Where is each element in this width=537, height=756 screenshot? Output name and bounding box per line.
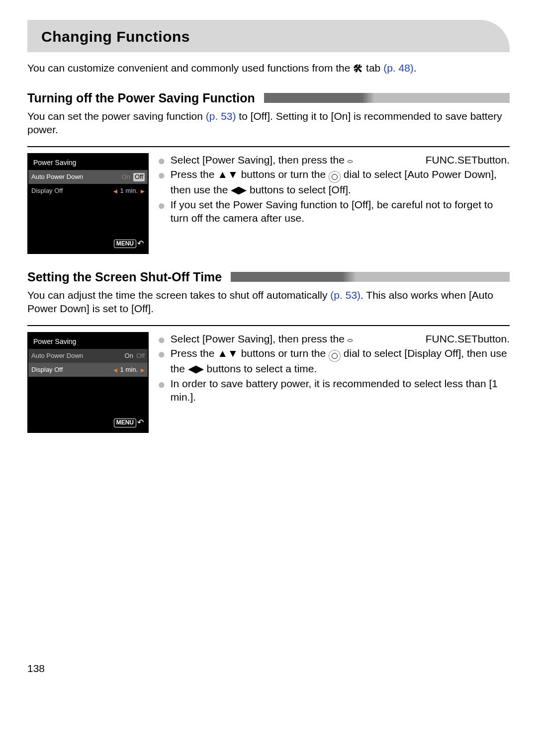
up-down-icon: ▲▼ bbox=[217, 347, 238, 359]
section2-title: Setting the Screen Shut-Off Time bbox=[27, 269, 222, 285]
section-rule-icon bbox=[264, 93, 510, 103]
s2b2-d: buttons to select a time. bbox=[204, 363, 317, 374]
s2-para-a: You can adjust the time the screen takes… bbox=[27, 289, 330, 301]
intro-text-b: tab bbox=[363, 62, 383, 74]
s2-bullet-3: ● In order to save battery power, it is … bbox=[158, 377, 510, 405]
section1-bullets: ● Select [Power Saving], then press the … bbox=[158, 153, 510, 226]
s1b2-b: buttons or turn the bbox=[238, 168, 329, 180]
back-icon: ↶ bbox=[137, 239, 144, 248]
section-heading-power-saving: Turning off the Power Saving Function bbox=[27, 90, 510, 106]
lcd1-on: On bbox=[122, 173, 130, 181]
left-arrow-icon: ◀ bbox=[113, 188, 117, 194]
right-arrow-icon: ▶ bbox=[141, 188, 145, 194]
section-rule-icon bbox=[231, 272, 510, 282]
bullet-icon: ● bbox=[158, 378, 166, 391]
page-ref-53a[interactable]: (p. 53) bbox=[206, 110, 236, 122]
func-set-icon bbox=[348, 339, 353, 342]
s1-bullet-2: ● Press the ▲▼ buttons or turn the dial … bbox=[158, 168, 510, 197]
s1b3: If you set the Power Saving function to … bbox=[171, 198, 510, 225]
s2-bullet-2: ● Press the ▲▼ buttons or turn the dial … bbox=[158, 346, 510, 376]
lcd-spacer bbox=[28, 377, 148, 416]
page-title: Changing Functions bbox=[41, 28, 190, 45]
lcd-screenshot-1: Power Saving Auto Power Down On Off Disp… bbox=[27, 153, 149, 254]
page-number: 138 bbox=[27, 662, 510, 675]
lcd1-do-label: Display Off bbox=[31, 187, 63, 195]
lcd2-row-auto-power-down: Auto Power Down On Off bbox=[28, 349, 148, 363]
lcd2-on: On bbox=[125, 352, 133, 360]
intro-paragraph: You can customize convenient and commonl… bbox=[27, 61, 510, 75]
bullet-icon: ● bbox=[158, 154, 166, 167]
lcd1-title: Power Saving bbox=[28, 154, 148, 170]
func-set-icon bbox=[348, 160, 353, 163]
s1b2-a: Press the bbox=[171, 168, 218, 180]
lcd2-footer: MENU↶ bbox=[28, 416, 148, 432]
lcd2-title: Power Saving bbox=[28, 333, 148, 349]
menu-icon: MENU bbox=[114, 240, 136, 249]
dial-icon bbox=[329, 350, 341, 362]
divider-icon bbox=[27, 325, 510, 326]
bullet-icon: ● bbox=[158, 168, 166, 181]
s2b1-a: Select [Power Saving], then press the bbox=[171, 333, 348, 344]
lcd-screenshot-2: Power Saving Auto Power Down On Off Disp… bbox=[27, 332, 149, 433]
page-title-banner: Changing Functions bbox=[27, 20, 510, 52]
lcd2-row-display-off: Display Off ◀ 1 min. ▶ bbox=[28, 363, 148, 377]
section1-paragraph: You can set the power saving function (p… bbox=[27, 109, 510, 137]
page-ref-48[interactable]: (p. 48) bbox=[383, 62, 414, 74]
s1-bullet-3: ● If you set the Power Saving function t… bbox=[158, 198, 510, 226]
intro-period: . bbox=[414, 62, 417, 74]
bullet-icon: ● bbox=[158, 347, 166, 360]
lcd2-do-label: Display Off bbox=[31, 366, 63, 374]
s1b2-d: buttons to select [Off]. bbox=[247, 184, 351, 195]
left-arrow-icon: ◀ bbox=[113, 367, 117, 373]
section1-block: Power Saving Auto Power Down On Off Disp… bbox=[27, 153, 510, 254]
page-ref-53b[interactable]: (p. 53) bbox=[330, 289, 360, 301]
section-heading-screen-shutoff: Setting the Screen Shut-Off Time bbox=[27, 269, 510, 285]
lcd1-row-auto-power-down: Auto Power Down On Off bbox=[28, 170, 148, 184]
s1b1-a: Select [Power Saving], then press the bbox=[171, 154, 348, 166]
s2b1-b: button. bbox=[478, 332, 510, 345]
bullet-icon: ● bbox=[158, 199, 166, 212]
lcd-spacer bbox=[28, 198, 148, 237]
bullet-icon: ● bbox=[158, 333, 166, 346]
lcd2-apd-label: Auto Power Down bbox=[31, 352, 83, 360]
s1-para-a: You can set the power saving function bbox=[27, 110, 206, 122]
lcd1-off: Off bbox=[133, 173, 145, 181]
lcd1-do-val: 1 min. bbox=[120, 187, 138, 195]
s1-bullet-1: ● Select [Power Saving], then press the … bbox=[158, 153, 510, 168]
dial-icon bbox=[329, 171, 341, 183]
s1b1-b: button. bbox=[478, 153, 510, 167]
right-arrow-icon: ▶ bbox=[141, 367, 145, 373]
menu-icon: MENU bbox=[114, 419, 136, 427]
intro-text-a: You can customize convenient and commonl… bbox=[27, 62, 353, 74]
s2-bullet-1: ● Select [Power Saving], then press the … bbox=[158, 332, 510, 346]
lcd2-do-val: 1 min. bbox=[120, 366, 138, 374]
lcd1-row-display-off: Display Off ◀ 1 min. ▶ bbox=[28, 184, 148, 198]
section2-bullets: ● Select [Power Saving], then press the … bbox=[158, 332, 510, 405]
left-right-icon: ◀▶ bbox=[188, 363, 204, 374]
left-right-icon: ◀▶ bbox=[231, 184, 247, 195]
s2b2-b: buttons or turn the bbox=[238, 347, 329, 359]
section2-block: Power Saving Auto Power Down On Off Disp… bbox=[27, 332, 510, 433]
section2-paragraph: You can adjust the time the screen takes… bbox=[27, 288, 510, 316]
s2b2-a: Press the bbox=[171, 347, 218, 359]
back-icon: ↶ bbox=[137, 418, 144, 426]
s2b3: In order to save battery power, it is re… bbox=[171, 377, 510, 404]
divider-icon bbox=[27, 146, 510, 147]
lcd1-apd-label: Auto Power Down bbox=[31, 173, 83, 181]
section1-title: Turning off the Power Saving Function bbox=[27, 90, 255, 106]
lcd2-off: Off bbox=[136, 352, 145, 360]
lcd1-footer: MENU↶ bbox=[28, 237, 148, 253]
up-down-icon: ▲▼ bbox=[217, 168, 238, 180]
tools-icon: 🛠 bbox=[353, 63, 363, 74]
